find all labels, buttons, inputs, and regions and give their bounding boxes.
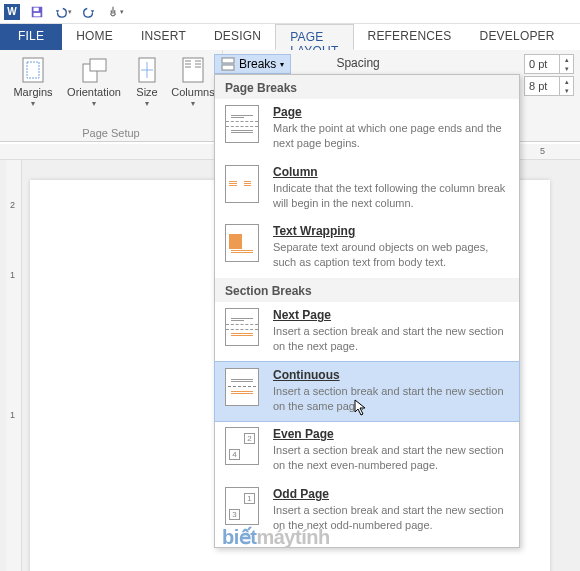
break-option-continuous[interactable]: ContinuousInsert a section break and sta… — [214, 361, 520, 423]
column-break-icon — [225, 165, 259, 203]
spin-down-icon[interactable]: ▾ — [560, 64, 573, 73]
break-option-next-page[interactable]: Next PageInsert a section break and star… — [215, 302, 519, 362]
even-page-break-icon: 24 — [225, 427, 259, 465]
svg-rect-1 — [34, 7, 39, 11]
tab-references[interactable]: REFERENCES — [354, 24, 466, 50]
spacing-before-spinner[interactable]: 0 pt ▴▾ — [524, 54, 574, 74]
dropdown-section-header: Page Breaks — [215, 75, 519, 99]
tab-mailings[interactable]: MAIL — [569, 24, 580, 50]
columns-button[interactable]: Columns▾ — [170, 54, 216, 125]
size-button[interactable]: Size▾ — [128, 54, 166, 125]
quick-access-toolbar: W ▾ ▾ — [0, 0, 580, 24]
break-option-even-page[interactable]: 24 Even PageInsert a section break and s… — [215, 421, 519, 481]
text-wrapping-break-icon — [225, 224, 259, 262]
group-label-page-setup: Page Setup — [6, 125, 216, 139]
redo-button[interactable] — [80, 3, 98, 21]
svg-rect-15 — [222, 58, 234, 63]
tab-home[interactable]: HOME — [62, 24, 127, 50]
odd-page-break-icon: 13 — [225, 487, 259, 525]
breaks-dropdown: Page Breaks PageMark the point at which … — [214, 74, 520, 548]
undo-button[interactable]: ▾ — [54, 3, 72, 21]
margins-button[interactable]: Margins▾ — [6, 54, 60, 125]
tab-page-layout[interactable]: PAGE LAYOUT — [275, 24, 353, 50]
ribbon-tabs: FILE HOME INSERT DESIGN PAGE LAYOUT REFE… — [0, 24, 580, 50]
spin-down-icon[interactable]: ▾ — [560, 86, 573, 95]
ruler-vertical[interactable]: 2 1 1 — [6, 160, 22, 571]
svg-rect-16 — [222, 65, 234, 70]
group-page-setup: Margins▾ Orientation▾ Size▾ Columns▾ Pag… — [0, 50, 223, 141]
watermark-logo: biếtmáytính — [222, 525, 330, 549]
save-button[interactable] — [28, 3, 46, 21]
breaks-button[interactable]: Breaks ▾ — [214, 54, 291, 74]
spin-up-icon[interactable]: ▴ — [560, 77, 573, 86]
continuous-break-icon — [225, 368, 259, 406]
page-break-icon — [225, 105, 259, 143]
tab-file[interactable]: FILE — [0, 24, 62, 50]
tab-insert[interactable]: INSERT — [127, 24, 200, 50]
next-page-break-icon — [225, 308, 259, 346]
break-option-column[interactable]: ColumnIndicate that the text following t… — [215, 159, 519, 219]
tab-developer[interactable]: Developer — [466, 24, 569, 50]
word-app-icon: W — [4, 4, 20, 20]
spacing-after-spinner[interactable]: 8 pt ▴▾ — [524, 76, 574, 96]
svg-rect-8 — [183, 58, 203, 82]
breaks-icon — [221, 57, 235, 71]
svg-rect-6 — [90, 59, 106, 71]
touch-mode-button[interactable]: ▾ — [106, 3, 124, 21]
dropdown-section-header: Section Breaks — [215, 278, 519, 302]
break-option-text-wrapping[interactable]: Text WrappingSeparate text around object… — [215, 218, 519, 278]
tab-design[interactable]: DESIGN — [200, 24, 275, 50]
spin-up-icon[interactable]: ▴ — [560, 55, 573, 64]
break-option-page[interactable]: PageMark the point at which one page end… — [215, 99, 519, 159]
svg-rect-2 — [34, 12, 41, 16]
orientation-button[interactable]: Orientation▾ — [64, 54, 124, 125]
